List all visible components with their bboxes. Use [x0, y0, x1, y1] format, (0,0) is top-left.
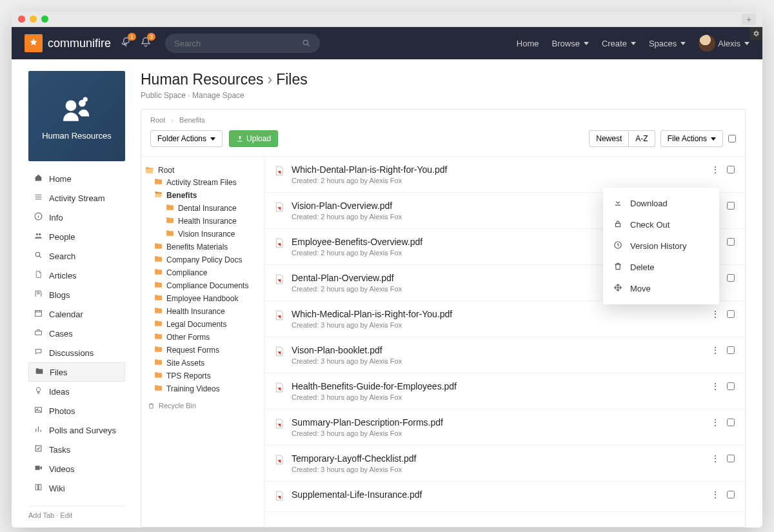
file-select-checkbox[interactable] [727, 202, 735, 210]
folder-icon [154, 294, 163, 303]
recycle-bin-link[interactable]: Recycle Bin [145, 395, 260, 409]
nav-user-menu[interactable]: Alexis [699, 35, 749, 52]
context-version-history[interactable]: Version History [603, 235, 719, 257]
bell-notifications-button[interactable]: 3 [139, 36, 152, 51]
chat-notifications-button[interactable]: 1 [120, 36, 133, 51]
breadcrumb-root[interactable]: Root [150, 116, 165, 124]
new-tab-button[interactable]: + [742, 14, 756, 25]
window-zoom-icon[interactable] [41, 15, 48, 23]
sidebar-item-photos[interactable]: Photos [28, 401, 125, 420]
file-select-checkbox[interactable] [727, 166, 735, 173]
sidebar-item-home[interactable]: Home [28, 169, 125, 188]
sidebar-item-label: Articles [49, 271, 77, 281]
file-select-checkbox[interactable] [727, 455, 735, 462]
file-row[interactable]: Supplemental-Life-Insurance.pdf⋮ [264, 482, 745, 512]
tree-folder-label: Legal Documents [166, 320, 226, 329]
sidebar-item-wiki[interactable]: Wiki [28, 478, 125, 498]
sidebar-item-ideas[interactable]: Ideas [28, 382, 125, 401]
file-select-checkbox[interactable] [727, 491, 735, 498]
file-row[interactable]: Health-Benefits-Guide-for-Employees.pdfC… [264, 373, 745, 409]
tree-folder[interactable]: Health Insurance [145, 305, 260, 318]
nav-create[interactable]: Create [602, 39, 636, 48]
tree-folder[interactable]: Health Insurance [145, 215, 260, 228]
context-move[interactable]: Move [603, 278, 719, 299]
nav-spaces[interactable]: Spaces [649, 39, 686, 48]
context-check-out[interactable]: Check Out [603, 214, 719, 235]
file-menu-button[interactable]: ⋮ [711, 381, 719, 391]
file-menu-button[interactable]: ⋮ [711, 345, 719, 355]
article-icon [34, 270, 43, 281]
tree-folder[interactable]: Activity Stream Files [145, 176, 260, 189]
search-input[interactable] [174, 39, 302, 48]
tree-folder[interactable]: Compliance Documents [145, 279, 260, 292]
tree-folder[interactable]: Training Videos [145, 382, 260, 395]
tree-folder[interactable]: Vision Insurance [145, 228, 260, 241]
context-delete[interactable]: Delete [603, 257, 719, 278]
sidebar-item-activity-stream[interactable]: Activity Stream [28, 188, 125, 208]
tree-folder[interactable]: Benefits [145, 189, 260, 202]
file-menu-button[interactable]: ⋮ [711, 417, 719, 428]
nav-browse[interactable]: Browse [552, 39, 589, 48]
sidebar-item-tasks[interactable]: Tasks [28, 440, 125, 459]
sort-az-button[interactable]: A-Z [629, 130, 655, 147]
file-row[interactable]: Which-Medical-Plan-is-Right-for-You.pdfC… [264, 301, 745, 337]
avatar [699, 35, 715, 52]
file-actions-button[interactable]: File Actions [660, 130, 723, 147]
tree-folder[interactable]: Request Forms [145, 344, 260, 357]
tree-folder[interactable]: TPS Reports [145, 369, 260, 382]
window-close-icon[interactable] [18, 15, 25, 23]
nav-home[interactable]: Home [517, 39, 539, 48]
file-select-checkbox[interactable] [727, 274, 735, 282]
add-tab-link[interactable]: Add Tab [28, 511, 54, 519]
sidebar-item-calendar[interactable]: Calendar [28, 304, 125, 324]
settings-gear-icon[interactable] [749, 27, 762, 40]
sidebar-item-files[interactable]: Files [28, 362, 125, 382]
sidebar-item-info[interactable]: Info [28, 208, 125, 227]
select-all-checkbox[interactable] [728, 135, 736, 143]
svg-point-5 [35, 233, 37, 235]
file-select-checkbox[interactable] [727, 346, 735, 354]
file-row[interactable]: Summary-Plan-Description-Forms.pdfCreate… [264, 409, 745, 446]
file-meta: Created: 2 hours ago by Alexis Fox [292, 177, 703, 184]
tree-folder[interactable]: Other Forms [145, 331, 260, 344]
tree-folder[interactable]: Employee Handbook [145, 292, 260, 305]
file-menu-button[interactable]: ⋮ [711, 489, 719, 500]
tree-folder[interactable]: Legal Documents [145, 318, 260, 331]
window-minimize-icon[interactable] [30, 15, 37, 23]
folder-actions-button[interactable]: Folder Actions [150, 130, 223, 147]
context-download[interactable]: Download [603, 193, 719, 214]
sidebar-item-discussions[interactable]: Discussions [28, 343, 125, 362]
file-menu-button[interactable]: ⋮ [711, 309, 719, 319]
upload-button[interactable]: Upload [229, 130, 278, 147]
sidebar-item-people[interactable]: People [28, 227, 125, 246]
file-select-checkbox[interactable] [727, 310, 735, 318]
tree-root[interactable]: Root [145, 164, 260, 176]
sidebar-item-label: Polls and Surveys [49, 426, 116, 435]
sidebar-item-blogs[interactable]: Blogs [28, 285, 125, 304]
sort-newest-button[interactable]: Newest [589, 130, 629, 147]
brand-logo-icon[interactable] [25, 34, 43, 52]
file-row[interactable]: Vison-Plan-booklet.pdfCreated: 3 hours a… [264, 337, 745, 373]
file-row[interactable]: Temporary-Layoff-Checklist.pdfCreated: 3… [264, 446, 745, 482]
space-tile[interactable]: Human Resources [28, 71, 125, 161]
global-search[interactable] [165, 34, 320, 53]
tree-folder[interactable]: Dental Insurance [145, 202, 260, 215]
tree-folder[interactable]: Company Policy Docs [145, 253, 260, 266]
file-menu-button[interactable]: ⋮ [711, 164, 719, 175]
file-select-checkbox[interactable] [727, 419, 735, 426]
svg-point-1 [66, 100, 77, 111]
tree-folder[interactable]: Benefits Materials [145, 241, 260, 253]
svg-point-0 [303, 40, 308, 44]
file-menu-button[interactable]: ⋮ [711, 453, 719, 464]
sidebar-item-search[interactable]: Search [28, 246, 125, 266]
sidebar-item-articles[interactable]: Articles [28, 266, 125, 285]
sidebar-item-cases[interactable]: Cases [28, 324, 125, 343]
manage-space-link[interactable]: Manage Space [192, 91, 244, 100]
sidebar-item-videos[interactable]: Videos [28, 459, 125, 478]
sidebar-item-polls-and-surveys[interactable]: Polls and Surveys [28, 420, 125, 440]
file-select-checkbox[interactable] [727, 238, 735, 246]
tree-folder[interactable]: Site Assets [145, 357, 260, 369]
edit-tabs-link[interactable]: Edit [60, 511, 72, 519]
file-select-checkbox[interactable] [727, 382, 735, 390]
tree-folder[interactable]: Compliance [145, 266, 260, 279]
